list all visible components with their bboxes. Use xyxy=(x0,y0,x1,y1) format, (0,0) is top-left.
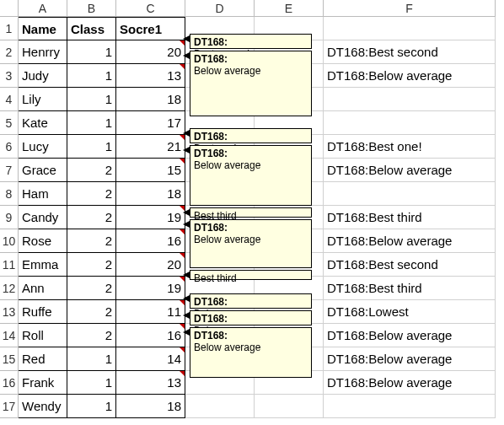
col-header-A[interactable]: A xyxy=(19,0,67,17)
cell-name[interactable]: Emma xyxy=(19,253,67,277)
cell-name[interactable]: Candy xyxy=(19,206,67,229)
cell-score[interactable]: 19 xyxy=(116,206,185,229)
cell-comment-text[interactable]: DT168:Best third xyxy=(324,277,496,300)
comment-indicator-icon[interactable] xyxy=(180,347,185,352)
cell-class[interactable]: 2 xyxy=(67,300,116,324)
col-header-E[interactable]: E xyxy=(255,0,324,17)
cell-score[interactable]: 11 xyxy=(116,300,185,324)
cell-F1[interactable] xyxy=(324,17,496,40)
cell-class[interactable]: 2 xyxy=(67,229,116,253)
cell-A1[interactable]: Name xyxy=(19,17,67,40)
cell-class[interactable]: 2 xyxy=(67,182,116,206)
row-header[interactable]: 14 xyxy=(0,324,19,347)
col-header-D[interactable]: D xyxy=(185,0,255,17)
cell-empty[interactable] xyxy=(255,395,324,418)
row-header[interactable]: 13 xyxy=(0,300,19,324)
row-header[interactable]: 6 xyxy=(0,135,19,159)
cell-comment-text[interactable]: DT168:Below average xyxy=(324,324,496,347)
cell-name[interactable]: Rose xyxy=(19,229,67,253)
cell-comment-text[interactable] xyxy=(324,182,496,206)
cell-score[interactable]: 20 xyxy=(116,253,185,277)
cell-name[interactable]: Judy xyxy=(19,64,67,88)
cell-class[interactable]: 2 xyxy=(67,324,116,347)
row-header[interactable]: 4 xyxy=(0,88,19,111)
comment-indicator-icon[interactable] xyxy=(180,229,185,234)
cell-name[interactable]: Henrry xyxy=(19,40,67,64)
cell-class[interactable]: 2 xyxy=(67,253,116,277)
cell-class[interactable]: 2 xyxy=(67,277,116,300)
cell-score[interactable]: 19 xyxy=(116,277,185,300)
cell-comment-text[interactable]: DT168:Below average xyxy=(324,159,496,182)
row-header[interactable]: 9 xyxy=(0,206,19,229)
row-header[interactable]: 3 xyxy=(0,64,19,88)
cell-class[interactable]: 1 xyxy=(67,347,116,371)
row-header[interactable]: 1 xyxy=(0,17,19,40)
cell-class[interactable]: 1 xyxy=(67,395,116,418)
comment-indicator-icon[interactable] xyxy=(180,64,185,69)
comment-indicator-icon[interactable] xyxy=(180,159,185,164)
comment-indicator-icon[interactable] xyxy=(180,371,185,376)
cell-name[interactable]: Ruffe xyxy=(19,300,67,324)
cell-name[interactable]: Lily xyxy=(19,88,67,111)
cell-class[interactable]: 2 xyxy=(67,206,116,229)
cell-class[interactable]: 2 xyxy=(67,159,116,182)
cell-comment-text[interactable]: DT168:Below average xyxy=(324,64,496,88)
cell-name[interactable]: Lucy xyxy=(19,135,67,159)
row-header[interactable]: 10 xyxy=(0,229,19,253)
cell-score[interactable]: 18 xyxy=(116,395,185,418)
cell-class[interactable]: 1 xyxy=(67,64,116,88)
cell-comment-text[interactable] xyxy=(324,88,496,111)
cell-C1[interactable]: Socre1 xyxy=(116,17,185,40)
col-header-C[interactable]: C xyxy=(116,0,185,17)
cell-name[interactable]: Grace xyxy=(19,159,67,182)
cell-score[interactable]: 13 xyxy=(116,64,185,88)
cell-score[interactable]: 15 xyxy=(116,159,185,182)
row-header[interactable]: 16 xyxy=(0,371,19,395)
cell-class[interactable]: 1 xyxy=(67,40,116,64)
cell-name[interactable]: Ann xyxy=(19,277,67,300)
cell-comment-text[interactable]: DT168:Below average xyxy=(324,229,496,253)
cell-class[interactable]: 1 xyxy=(67,371,116,395)
cell-class[interactable]: 1 xyxy=(67,135,116,159)
cell-score[interactable]: 20 xyxy=(116,40,185,64)
cell-comment-text[interactable]: DT168:Best third xyxy=(324,206,496,229)
cell-class[interactable]: 1 xyxy=(67,111,116,135)
comment-indicator-icon[interactable] xyxy=(180,253,185,258)
cell-comment-text[interactable]: DT168:Best second xyxy=(324,253,496,277)
col-header-F[interactable]: F xyxy=(324,0,496,17)
cell-B1[interactable]: Class xyxy=(67,17,116,40)
row-header[interactable]: 7 xyxy=(0,159,19,182)
cell-comment-text[interactable]: DT168:Below average xyxy=(324,371,496,395)
cell-name[interactable]: Roll xyxy=(19,324,67,347)
cell-comment-text[interactable] xyxy=(324,395,496,418)
cell-score[interactable]: 21 xyxy=(116,135,185,159)
cell-score[interactable]: 16 xyxy=(116,324,185,347)
cell-comment-text[interactable] xyxy=(324,111,496,135)
cell-comment-text[interactable]: DT168:Lowest xyxy=(324,300,496,324)
cell-comment-text[interactable]: DT168:Below average xyxy=(324,347,496,371)
cell-name[interactable]: Frank xyxy=(19,371,67,395)
cell-comment-text[interactable]: DT168:Best one! xyxy=(324,135,496,159)
cell-score[interactable]: 17 xyxy=(116,111,185,135)
cell-score[interactable]: 13 xyxy=(116,371,185,395)
cell-name[interactable]: Kate xyxy=(19,111,67,135)
row-header[interactable]: 11 xyxy=(0,253,19,277)
cell-name[interactable]: Ham xyxy=(19,182,67,206)
row-header[interactable]: 17 xyxy=(0,395,19,418)
row-header[interactable]: 8 xyxy=(0,182,19,206)
row-header[interactable]: 5 xyxy=(0,111,19,135)
select-all-corner[interactable] xyxy=(0,0,19,17)
cell-score[interactable]: 14 xyxy=(116,347,185,371)
cell-empty[interactable] xyxy=(185,395,255,418)
row-header[interactable]: 12 xyxy=(0,277,19,300)
cell-score[interactable]: 16 xyxy=(116,229,185,253)
cell-name[interactable]: Red xyxy=(19,347,67,371)
cell-score[interactable]: 18 xyxy=(116,182,185,206)
cell-class[interactable]: 1 xyxy=(67,88,116,111)
row-header[interactable]: 2 xyxy=(0,40,19,64)
row-header[interactable]: 15 xyxy=(0,347,19,371)
cell-score[interactable]: 18 xyxy=(116,88,185,111)
cell-name[interactable]: Wendy xyxy=(19,395,67,418)
col-header-B[interactable]: B xyxy=(67,0,116,17)
cell-comment-text[interactable]: DT168:Best second xyxy=(324,40,496,64)
